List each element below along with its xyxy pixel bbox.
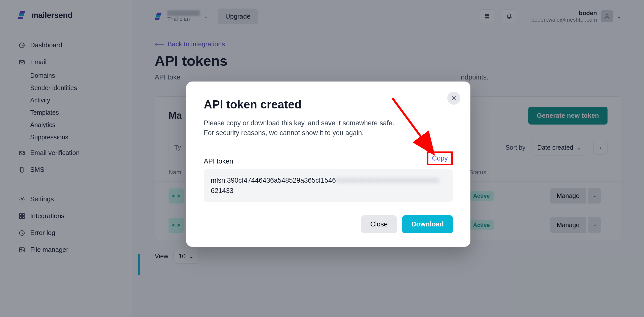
token-redacted: XxXxXxXxXxXxXxXxXxXxXxXxXx (336, 175, 439, 186)
modal-title: API token created (204, 98, 453, 111)
download-button[interactable]: Download (402, 215, 453, 233)
token-created-modal: ✕ API token created Please copy or downl… (186, 82, 470, 247)
token-label: API token (204, 157, 233, 165)
close-icon: ✕ (451, 94, 457, 102)
copy-button[interactable]: Copy (427, 151, 453, 165)
close-button[interactable]: ✕ (447, 92, 460, 105)
modal-close-button[interactable]: Close (361, 215, 397, 233)
token-value[interactable]: mlsn.390cf47446436a548529a365cf1546XxXxX… (204, 169, 453, 202)
modal-description: Please copy or download this key, and sa… (204, 118, 400, 138)
